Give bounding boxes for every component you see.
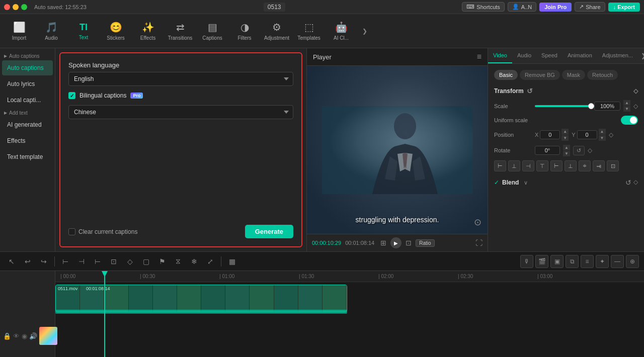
account-button[interactable]: 👤 A..N [508,2,536,12]
position-x-input[interactable]: 0 [540,130,560,139]
timeline-grid-icon[interactable]: ⊞ [380,239,386,247]
media-button[interactable]: ▦ [225,255,238,268]
tabs-more-button[interactable]: ❯ [638,48,644,63]
rotate-ccw-button[interactable]: ↺ [573,146,585,155]
tool-text[interactable]: TI Text [68,17,99,46]
redo-button[interactable]: ↪ [37,255,50,268]
marker-button[interactable]: ⚑ [155,255,169,268]
tab-speed[interactable]: Speed [536,48,562,63]
spoken-language-select[interactable]: English Chinese Spanish French Japanese [68,72,293,86]
tool-transitions[interactable]: ⇄ Transitions [165,17,195,46]
bilingual-language-select[interactable]: Chinese English Spanish French Japanese [68,105,293,119]
ratio-button[interactable]: Ratio [416,239,434,247]
playhead[interactable] [104,271,105,357]
sidebar-item-text-template[interactable]: Text template [2,149,53,164]
sub-tab-remove-bg[interactable]: Remove BG [520,70,560,80]
rotate-input[interactable] [535,146,560,155]
tool-filters[interactable]: ◑ Filters [229,17,260,46]
pos-x-down[interactable]: ▼ [561,135,569,141]
tool-stickers[interactable]: 😊 Stickers [101,17,131,46]
sidebar-item-auto-captions[interactable]: Auto captions [2,60,53,75]
align-center-h-button[interactable]: ⊥ [508,160,520,171]
close-button[interactable] [4,4,10,10]
tool-captions[interactable]: ▤ Captions [197,17,227,46]
tool-ai-clip[interactable]: 🤖 AI Cl... [326,17,356,46]
crop-button[interactable]: ⊡ [107,255,120,268]
tab-adjustment[interactable]: Adjustmen... [597,48,638,63]
lock-track-button[interactable]: 🔒 [3,332,11,340]
shortcuts-button[interactable]: ⌨ Shortcuts [462,2,504,12]
blend-expand-icon[interactable]: ∨ [524,180,528,186]
sub-tab-mask[interactable]: Mask [562,70,585,80]
align-center-v-button[interactable]: ⊢ [550,160,562,171]
player-menu-icon[interactable]: ≡ [477,52,481,61]
rotate-stepper[interactable]: ▲ ▼ [563,145,570,156]
remove-button[interactable]: — [611,255,624,268]
sub-tab-basic[interactable]: Basic [494,70,518,80]
keyframe-scale-button[interactable]: ◇ [633,103,638,110]
split-screen-button[interactable]: ⧉ [566,255,579,268]
maximize-button[interactable] [21,4,27,10]
fullscreen-button[interactable]: ⛶ [475,239,482,247]
tab-animation[interactable]: Animation [562,48,597,63]
sidebar-item-local-captions[interactable]: Local capti... [2,93,53,108]
fit-icon[interactable]: ⊡ [406,239,412,247]
uniform-scale-toggle[interactable] [621,116,638,125]
trim-left-button[interactable]: ⊣ [75,255,88,268]
distribute-h-button[interactable]: ⫩ [579,160,591,171]
clear-checkbox[interactable] [68,228,75,235]
align-extra-button[interactable]: ⊡ [607,160,619,171]
sub-tab-retouch[interactable]: Retouch [587,70,618,80]
stabilize-button[interactable]: ⧖ [172,255,185,268]
keyframe-position-button[interactable]: ◇ [609,131,613,138]
tool-import[interactable]: ⬜ Import [4,17,34,46]
scale-value[interactable]: 100% [594,102,620,111]
scale-down-button[interactable]: ▼ [623,106,630,112]
rotate-up[interactable]: ▲ [563,145,570,150]
keyframe-transform-button[interactable]: ◇ [633,87,638,95]
pos-y-stepper[interactable]: ▲ ▼ [599,129,606,140]
keyframe-blend-button[interactable]: ◇ [633,178,638,187]
sidebar-item-auto-lyrics[interactable]: Auto lyrics [2,76,53,92]
tool-templates[interactable]: ⬚ Templates [294,17,324,46]
tool-effects[interactable]: ✨ Effects [133,17,163,46]
tab-audio[interactable]: Audio [512,48,536,63]
align-bottom-button[interactable]: ⊥ [565,160,577,171]
video-clip-button[interactable]: 🎬 [535,255,548,268]
settings-button[interactable]: ⊕ [626,255,639,268]
freeze-button[interactable]: ❄ [188,255,201,268]
reset-blend-button[interactable]: ↺ [625,178,631,187]
align-top-button[interactable]: ⊤ [536,160,548,171]
reset-transform-button[interactable]: ↺ [527,87,533,95]
stock-button[interactable]: ≡ [581,255,594,268]
scale-slider[interactable] [535,105,591,107]
bilingual-checkbox[interactable] [68,92,75,99]
pos-x-up[interactable]: ▲ [561,129,569,134]
share-button[interactable]: ↗ Share [575,2,605,12]
effects-clip-button[interactable]: ✦ [596,255,609,268]
scale-up-button[interactable]: ▲ [623,100,630,106]
tool-adjustment[interactable]: ⚙ Adjustment [262,17,292,46]
undo-button[interactable]: ↩ [21,255,34,268]
tool-audio[interactable]: 🎵 Audio [36,17,66,46]
pip-button[interactable]: ▣ [550,255,564,268]
distribute-v-button[interactable]: ⫥ [593,160,605,171]
keyframe-button[interactable]: ◇ [123,255,136,268]
pos-x-stepper[interactable]: ▲ ▼ [561,129,569,140]
cursor-tool[interactable]: ↖ [5,255,18,268]
clip-button[interactable]: ▢ [139,255,152,268]
rotate-down[interactable]: ▼ [563,151,570,156]
sidebar-item-ai-generated[interactable]: AI generated [2,117,53,132]
play-button[interactable]: ▶ [390,237,401,248]
transform-clip-button[interactable]: ⤢ [204,255,217,268]
generate-button[interactable]: Generate [245,225,293,238]
export-button[interactable]: ↓ Export [608,3,640,12]
hide-track-button[interactable]: 👁 [13,332,20,340]
pos-y-up[interactable]: ▲ [599,129,606,134]
camera-control-icon[interactable]: ⊙ [474,217,481,228]
mute-track-button[interactable]: 🔊 [29,332,37,340]
tab-video[interactable]: Video [488,48,512,63]
audio-clip-button[interactable]: 🎙 [520,255,533,268]
keyframe-rotate-button[interactable]: ◇ [588,147,592,154]
position-y-input[interactable]: 0 [577,130,597,139]
